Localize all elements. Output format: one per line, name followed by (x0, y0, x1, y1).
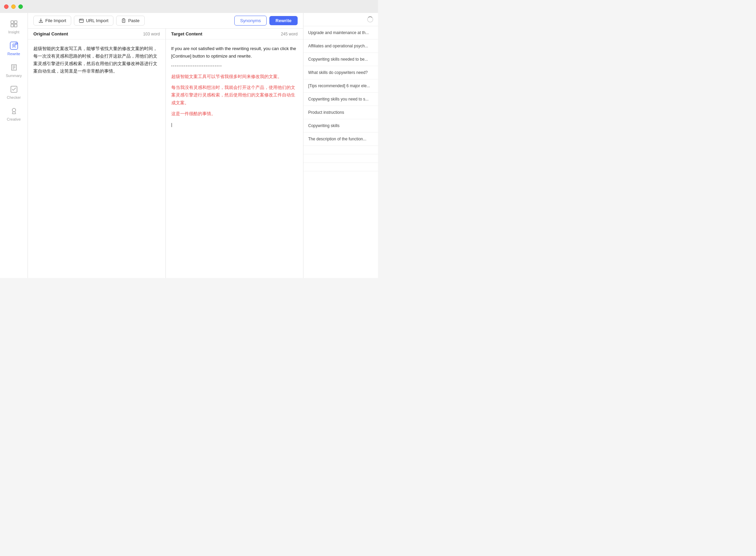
sidebar-item-checker[interactable]: Checker (0, 81, 28, 103)
target-word-count: 245 word (281, 32, 298, 36)
right-sidebar-item[interactable]: Upgrade and maintenance at th... (303, 26, 378, 40)
original-panel: Original Content 103 word 超级智能的文案改写工具，能够… (28, 29, 166, 278)
checker-icon (9, 84, 19, 94)
synonyms-button[interactable]: Synonyms (234, 16, 267, 26)
right-sidebar-item[interactable]: Product instructions (303, 106, 378, 119)
target-panel-title: Target Content (171, 31, 202, 36)
target-intro: If you are not satisfied with the rewrit… (171, 45, 298, 60)
original-word-count: 103 word (143, 32, 160, 36)
sidebar-item-rewrite[interactable]: Rewrite (0, 37, 28, 59)
sidebar-item-creative[interactable]: Creative (0, 103, 28, 125)
svg-rect-1 (14, 21, 17, 24)
rewrite-icon (9, 41, 19, 50)
creative-icon (9, 106, 19, 116)
right-sidebar-item[interactable] (303, 146, 378, 154)
right-sidebar-item[interactable]: What skills do copywriters need? (303, 66, 378, 79)
target-panel: Target Content 245 word If you are not s… (166, 29, 303, 278)
target-content[interactable]: If you are not satisfied with the rewrit… (166, 40, 303, 278)
right-sidebar-item[interactable] (303, 154, 378, 163)
loading-spinner (367, 16, 373, 22)
sidebar-item-creative-label: Creative (7, 117, 21, 121)
sidebar-item-checker-label: Checker (7, 95, 21, 99)
app-body: Insight Rewrite (0, 13, 378, 278)
rewrite-button[interactable]: Rewrite (269, 16, 298, 25)
right-sidebar-item[interactable]: Affiliates and operational psych... (303, 40, 378, 53)
right-sidebar-item[interactable]: Copywriting skills (303, 119, 378, 133)
svg-point-13 (80, 19, 80, 19)
insight-icon (9, 19, 19, 29)
target-line3: 这是一件很酷的事情。 (171, 110, 298, 118)
file-import-icon (38, 18, 43, 23)
file-import-button[interactable]: File Import (33, 16, 71, 26)
target-line2: 每当我没有灵感和想法时，我就会打开这个产品，使用他们的文案灵感引擎进行灵感检索，… (171, 84, 298, 106)
target-line1: 超级智能文案工具可以节省我很多时间来修改我的文案。 (171, 73, 298, 80)
original-panel-header: Original Content 103 word (28, 29, 166, 40)
right-sidebar-list: Upgrade and maintenance at th...Affiliat… (303, 26, 378, 278)
right-sidebar-item[interactable]: [Tips recommended] 6 major ele... (303, 79, 378, 93)
original-content[interactable]: 超级智能的文案改写工具，能够节省找大量的修改文案的时间，每一次没有灵感和思路的时… (28, 40, 166, 278)
original-panel-title: Original Content (33, 31, 68, 36)
sidebar-item-summary[interactable]: Summary (0, 59, 28, 81)
target-panel-header: Target Content 245 word (166, 29, 303, 40)
paste-button[interactable]: Paste (116, 16, 144, 26)
left-sidebar: Insight Rewrite (0, 13, 28, 278)
target-divider: ---------------------------- (171, 62, 298, 70)
right-sidebar-item[interactable]: The description of the function... (303, 133, 378, 146)
minimize-button[interactable] (11, 4, 16, 9)
svg-point-10 (12, 108, 16, 112)
right-sidebar: Upgrade and maintenance at th...Affiliat… (303, 13, 378, 278)
summary-icon (9, 63, 19, 72)
toolbar: File Import URL Import Paste (28, 13, 303, 29)
right-sidebar-header (303, 13, 378, 26)
sidebar-item-insight-label: Insight (8, 30, 19, 34)
sidebar-item-summary-label: Summary (6, 74, 22, 78)
close-button[interactable] (4, 4, 9, 9)
right-sidebar-item[interactable]: Copywriting skills needed to be... (303, 53, 378, 66)
svg-rect-3 (14, 24, 17, 27)
main-content: File Import URL Import Paste (28, 13, 303, 278)
sidebar-item-insight[interactable]: Insight (0, 16, 28, 37)
svg-rect-15 (122, 19, 125, 22)
right-sidebar-item[interactable]: Copywriting skills you need to s... (303, 93, 378, 106)
url-import-button[interactable]: URL Import (74, 16, 113, 26)
url-import-icon (79, 18, 84, 23)
svg-rect-0 (11, 21, 14, 24)
original-text: 超级智能的文案改写工具，能够节省找大量的修改文案的时间，每一次没有灵感和思路的时… (33, 46, 157, 74)
right-sidebar-item[interactable] (303, 163, 378, 171)
cursor-line: | (171, 121, 298, 128)
editor-area: Original Content 103 word 超级智能的文案改写工具，能够… (28, 29, 303, 278)
titlebar (0, 0, 378, 13)
sidebar-item-rewrite-label: Rewrite (7, 52, 20, 56)
svg-point-14 (81, 19, 81, 19)
paste-icon (121, 18, 126, 23)
svg-rect-2 (11, 24, 14, 27)
maximize-button[interactable] (18, 4, 23, 9)
